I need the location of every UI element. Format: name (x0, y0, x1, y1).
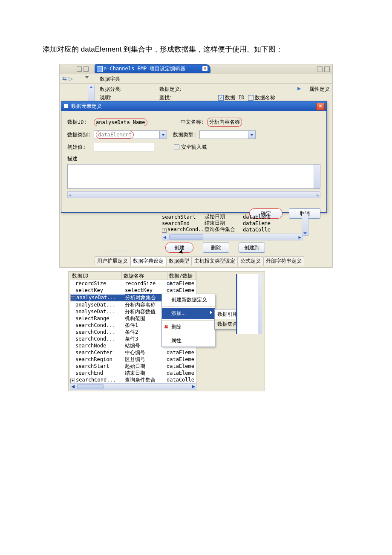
table-header: 数据ID 数据名称 数据/数据▲ (70, 272, 196, 280)
table-row[interactable]: searchEnd结束日期dataEleme (70, 370, 196, 376)
tab-0[interactable]: 用户扩展定义 (95, 256, 130, 266)
chevron-down-icon[interactable] (85, 76, 89, 78)
table-row[interactable]: searchCenter中心编号dataEleme (70, 349, 196, 356)
toolbar-icons[interactable]: ⇆ ▷ (62, 75, 73, 82)
horizontal-scrollbar[interactable]: ◀▶ (70, 383, 196, 390)
vertical-scrollbar[interactable] (302, 214, 308, 236)
tab-4[interactable]: 公式定义 (238, 256, 263, 266)
data-definition-label: 数据定义: (159, 86, 181, 93)
data-id-input[interactable]: analyseData_Name (94, 119, 147, 126)
left-scrollbar[interactable] (88, 85, 95, 103)
table-row[interactable]: searchEnd结束日期dataEleme (162, 220, 303, 226)
data-id-cb-label: 数据 ID (225, 94, 245, 101)
data-id-checkbox[interactable]: ✓数据 ID (218, 94, 245, 101)
window-controls (317, 66, 330, 72)
chevron-right-icon[interactable]: ▶ (297, 86, 301, 91)
menu-create-new-data-def[interactable]: 创建新数据定义 (162, 294, 215, 306)
toolbar-row: ⇆ ▷ 数据字典 (60, 74, 332, 84)
background-table: searchStart起始日期dataElemesearchEnd结束日期dat… (162, 214, 303, 240)
action-button-row: 创建 删除 创建到 (162, 243, 265, 253)
right-panel (236, 274, 262, 334)
data-name-checkbox[interactable]: 数据名称 (248, 94, 275, 101)
context-menu: 创建新数据定义 添加... ✖删除 属性 (161, 294, 215, 347)
description-textarea[interactable] (67, 164, 320, 189)
chevron-up-icon (89, 86, 93, 88)
close-icon[interactable]: × (316, 103, 325, 110)
create-to-button[interactable]: 创建到 (239, 243, 265, 253)
data-dictionary-label: 数据字典 (100, 75, 120, 83)
table-row[interactable]: +searchCond...查询条件集合dataColle (162, 226, 303, 233)
scrollbar[interactable] (258, 274, 262, 334)
init-value-label: 初始值: (67, 144, 94, 151)
dialog-title: 数据元素定义 (71, 103, 102, 109)
data-id-label: 数据ID: (67, 119, 94, 126)
delete-button[interactable]: 删除 (203, 243, 229, 253)
data-category-select[interactable]: dataElement (94, 130, 167, 139)
delete-icon: ✖ (164, 324, 168, 330)
screenshot-1: e-Channels EMP 项目设定编辑器 × ⇆ ▷ 数据字典 数据分类: … (59, 64, 333, 268)
description-label: 描述 (67, 155, 320, 162)
cn-name-input[interactable]: 分析内容名称 (207, 118, 242, 127)
table-row[interactable]: searchRegion区县编号dataEleme (70, 356, 196, 363)
menu-add[interactable]: 添加... (162, 308, 215, 319)
horizontal-scrollbar[interactable]: ◀▶ (162, 234, 303, 240)
tab-3[interactable]: 主机报文类型设定 (192, 256, 238, 266)
tab-file-icon (97, 66, 103, 72)
window-titlebar: e-Channels EMP 项目设定编辑器 × (60, 64, 332, 74)
chevron-right-icon (210, 311, 212, 314)
data-element-definition-dialog: 数据元素定义 × 数据ID: analyseData_Name 中文名称: 分析… (61, 101, 327, 213)
menu-properties[interactable]: 属性 (162, 335, 215, 347)
scrollbar[interactable] (314, 165, 320, 188)
header-row-4: 说明: 查找: ✓数据 ID 数据名称 (95, 92, 332, 102)
data-category-label: 数据类别: (67, 131, 94, 139)
table-row[interactable]: searchStart起始日期dataEleme (162, 214, 303, 220)
tab-1[interactable]: 数据字典设定 (130, 256, 166, 266)
editor-tab[interactable]: e-Channels EMP 项目设定编辑器 × (95, 64, 210, 73)
maximize-icon[interactable] (84, 66, 89, 72)
init-value-input[interactable] (94, 143, 154, 151)
minimize-icon[interactable] (77, 66, 82, 72)
data-type-label: 数据类型: (173, 131, 199, 139)
close-icon[interactable]: × (202, 66, 208, 71)
property-definition-label: 属性定义 (309, 86, 330, 93)
tab-5[interactable]: 外部字符串定义 (263, 256, 304, 266)
cn-name-label: 中文名称: (181, 119, 207, 126)
table-row[interactable]: recordSizerecordSizedataEleme (70, 280, 196, 287)
screenshot-2: 数据ID 数据名称 数据/数据▲ recordSizerecordSizedat… (68, 271, 265, 391)
bottom-tabs: 用户扩展定义数据字典设定数据类型主机报文类型设定公式定义外部字符串定义 (95, 256, 332, 266)
description-label: 说明: (100, 94, 111, 101)
data-type-select[interactable] (199, 130, 256, 139)
col-data-type[interactable]: 数据/数据▲ (167, 272, 196, 280)
data-category-label: 数据分类: (100, 86, 121, 93)
table-row[interactable]: selectKeyselectKeydataEleme (70, 287, 196, 294)
minimize-icon[interactable] (317, 66, 323, 72)
secure-input-checkbox[interactable] (174, 145, 179, 150)
chevron-down-icon (159, 131, 167, 139)
tab-2[interactable]: 数据类型 (166, 256, 192, 266)
secure-input-label: 安全输入域 (181, 144, 207, 151)
col-data-name[interactable]: 数据名称 (122, 272, 167, 280)
col-data-id[interactable]: 数据ID (70, 272, 122, 280)
search-label: 查找: (159, 94, 171, 101)
editor-tab-label: e-Channels EMP 项目设定编辑器 (104, 66, 185, 72)
table-row[interactable]: +searchCond...查询条件集合dataColle (70, 376, 196, 383)
caption-text: 添加对应的 dataElement 到集合中，形成数据集，这样便于使用。如下图： (43, 43, 349, 56)
menu-delete[interactable]: ✖删除 (162, 321, 215, 333)
horizontal-scrollbar[interactable]: ◀▶ (67, 191, 320, 198)
chevron-down-icon (248, 131, 255, 139)
data-category-value: dataElement (96, 131, 134, 139)
header-row-3: 数据分类: 数据定义: ▶ 属性定义 (95, 83, 332, 93)
dialog-title-bar: 数据元素定义 × (61, 101, 326, 111)
dialog-icon (64, 104, 68, 108)
watermark: /\/\/\/\/\/\/\ (101, 249, 129, 254)
maximize-icon[interactable] (324, 66, 330, 72)
table-row[interactable]: searchStart起始日期dataEleme (70, 363, 196, 370)
data-name-cb-label: 数据名称 (255, 94, 275, 101)
